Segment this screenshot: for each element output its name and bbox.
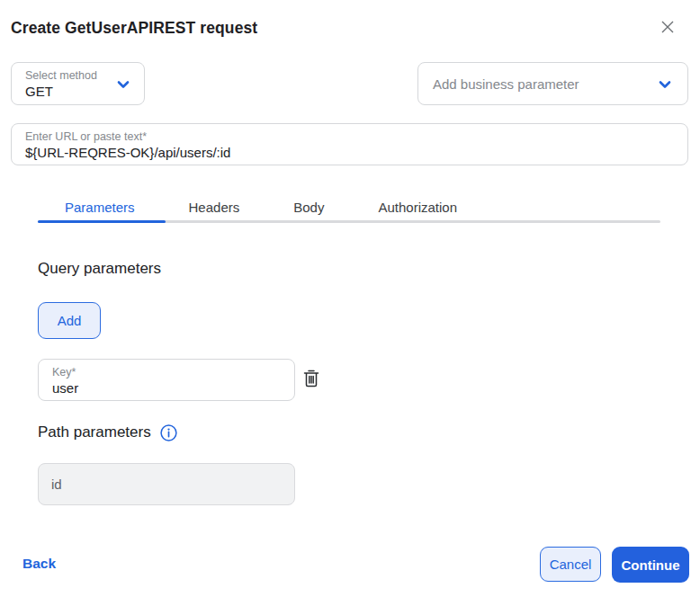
close-button[interactable] <box>659 20 677 38</box>
query-parameters-heading: Query parameters <box>38 260 161 278</box>
business-parameter-placeholder: Add business parameter <box>433 76 579 92</box>
trash-icon <box>301 368 321 393</box>
method-select[interactable]: Select method <box>11 62 145 105</box>
path-parameters-heading: Path parameters <box>38 423 151 441</box>
chevron-down-icon <box>115 76 131 96</box>
url-field-label: Enter URL or paste text* <box>25 130 147 143</box>
close-icon <box>660 19 676 39</box>
delete-query-parameter-button[interactable] <box>300 369 323 392</box>
path-parameter-field <box>38 463 295 505</box>
continue-button[interactable]: Continue <box>612 547 689 583</box>
url-field[interactable]: Enter URL or paste text* <box>11 123 688 165</box>
dialog-title: Create GetUserAPIREST request <box>11 19 257 38</box>
info-icon[interactable] <box>160 424 177 441</box>
create-request-dialog: Create GetUserAPIREST request Select met… <box>0 0 700 597</box>
business-parameter-select[interactable]: Add business parameter <box>417 62 688 105</box>
add-query-parameter-button[interactable]: Add <box>38 302 101 339</box>
url-input[interactable] <box>25 145 651 160</box>
path-parameters-heading-row: Path parameters <box>38 423 177 441</box>
query-key-input[interactable] <box>52 380 258 396</box>
back-link[interactable]: Back <box>22 556 56 572</box>
method-select-value[interactable] <box>25 84 108 99</box>
cancel-button[interactable]: Cancel <box>540 547 601 582</box>
chevron-down-icon <box>657 76 673 96</box>
query-key-field[interactable]: Key* <box>38 359 295 401</box>
active-tab-indicator <box>38 220 166 223</box>
query-key-label: Key* <box>52 366 76 379</box>
method-select-label: Select method <box>25 69 97 82</box>
path-parameter-input <box>39 464 294 504</box>
